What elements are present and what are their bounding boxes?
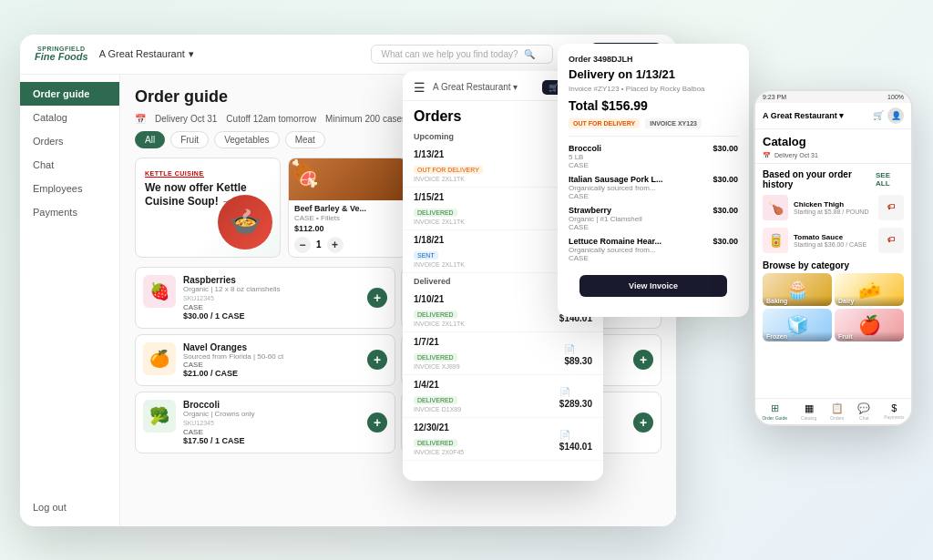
mobile-header: A Great Restaurant ▾ 🛒 👤: [755, 103, 911, 129]
mobile-category-baking[interactable]: 🧁 Baking: [763, 273, 832, 306]
mobile-nav-catalog[interactable]: ▦ Catalog: [801, 402, 816, 421]
detail-item-price-0: $30.00: [713, 144, 738, 153]
mobile-nav-chat[interactable]: 💬 Chat: [857, 402, 870, 421]
sidebar-item-orders[interactable]: Orders: [20, 129, 119, 153]
detail-item-name-0: Broccoli: [569, 144, 601, 153]
mobile-catalog-title: Catalog: [755, 129, 911, 150]
restaurant-selector[interactable]: A Great Restaurant ▾: [99, 48, 334, 60]
qty-minus-beef[interactable]: −: [294, 237, 311, 253]
mobile-delivery-date: Delivery Oct 31: [774, 152, 818, 158]
mobile-chicken-name: Chicken Thigh: [794, 200, 873, 209]
table-row[interactable]: 12/30/21 DELIVERED INVOICE 2X0F45 📄 $140…: [403, 418, 603, 461]
order-guide-nav-label: Order Guide: [762, 415, 787, 421]
raspberries-sku: SKU12345: [183, 295, 360, 301]
order-status-0: OUT FOR DELIVERY: [414, 166, 483, 174]
list-item: 🍊 Navel Oranges Sourced from Florida | 5…: [135, 334, 395, 386]
mobile-category-frozen[interactable]: 🧊 Frozen: [763, 309, 832, 341]
detail-item-2: Strawberry Organic | #1 Clamshell CASE $…: [569, 206, 738, 231]
order-status-4: DELIVERED: [414, 353, 457, 361]
hamburger-icon[interactable]: ☰: [414, 80, 425, 95]
table-row[interactable]: 1/7/21 DELIVERED INVOICE XJ899 📄 $89.30: [403, 332, 603, 375]
mobile-category-fruit-label: Fruit: [835, 331, 904, 341]
beef-image: 🍖: [289, 158, 406, 200]
sidebar: Order guide Catalog Orders Chat Employee…: [20, 75, 120, 526]
detail-item-unit-2: CASE: [569, 223, 642, 231]
add-ribeye-button[interactable]: +: [633, 412, 653, 433]
promo-card: KETTLE CUISINE We now offer Kettle Cuisi…: [135, 158, 281, 258]
mobile-tomato-sauce-price: Starting at $36.00 / CASE: [794, 241, 873, 248]
filter-meat[interactable]: Meat: [285, 131, 325, 148]
sidebar-item-payments[interactable]: Payments: [20, 200, 119, 224]
order-status-5: DELIVERED: [414, 396, 457, 404]
minimum-text: Minimum 200 cases: [325, 114, 406, 124]
order-status-6: DELIVERED: [414, 439, 457, 447]
search-placeholder: What can we help you find today?: [381, 49, 518, 59]
mobile-cart-icon[interactable]: 🛒: [873, 110, 884, 120]
filter-fruit[interactable]: Fruit: [170, 131, 209, 148]
mobile-nav-orders[interactable]: 📋 Orders: [830, 402, 844, 421]
chat-nav-label: Chat: [859, 415, 869, 421]
mobile-product-chicken[interactable]: 🍗 Chicken Thigh Starting at $5.88 / POUN…: [755, 191, 911, 224]
add-raspberries-button[interactable]: +: [367, 288, 387, 308]
order-date-0: 1/13/21: [414, 149, 483, 159]
detail-item-price-1: $30.00: [713, 175, 738, 184]
sidebar-item-employees[interactable]: Employees: [20, 177, 119, 200]
sidebar-item-order-guide[interactable]: Order guide: [20, 82, 119, 106]
add-broccoli-button[interactable]: +: [367, 412, 387, 433]
detail-item-sub-2: Organic | #1 Clamshell: [569, 215, 642, 223]
order-invoice-1: INVOICE 2XL1TK: [414, 219, 465, 225]
featured-beef-cat: CASE • Fillets: [294, 214, 401, 222]
mobile-category-fruit[interactable]: 🍎 Fruit: [835, 309, 904, 341]
search-bar[interactable]: What can we help you find today? 🔍: [371, 45, 553, 64]
order-invoice-6: INVOICE 2X0F45: [414, 449, 464, 455]
qty-plus-beef[interactable]: +: [327, 237, 343, 253]
oranges-img: 🍊: [143, 342, 176, 375]
detail-item-price-3: $30.00: [713, 237, 738, 246]
document-icon-4: 📄: [564, 344, 575, 354]
order-invoice-2: INVOICE 2XL1TK: [414, 261, 465, 268]
mobile-see-all[interactable]: SEE ALL: [876, 171, 904, 188]
sidebar-item-chat[interactable]: Chat: [20, 153, 119, 177]
raspberries-img: 🍓: [143, 275, 176, 308]
mobile-restaurant[interactable]: A Great Restaurant ▾: [763, 111, 869, 120]
mobile-nav-payments[interactable]: $ Payments: [884, 402, 904, 421]
payments-nav-label: Payments: [884, 414, 904, 420]
add-oranges-button[interactable]: +: [367, 350, 387, 370]
oranges-unit: CASE: [183, 361, 360, 369]
detail-delivery: Delivery on 1/13/21: [569, 67, 738, 81]
qty-control-beef: − 1 +: [294, 237, 401, 253]
calendar-icon: 📅: [135, 114, 146, 124]
mobile-tomato-sauce-img: 🥫: [763, 228, 788, 253]
logout-link[interactable]: Log out: [20, 495, 119, 519]
mobile-product-tomato-sauce[interactable]: 🥫 Tomato Sauce Starting at $36.00 / CASE…: [755, 224, 911, 257]
order-status-1: DELIVERED: [414, 209, 457, 217]
order-guide-nav-icon: ⊞: [771, 402, 779, 414]
order-status-3: DELIVERED: [414, 311, 457, 319]
orders-restaurant[interactable]: A Great Restaurant ▾: [433, 82, 535, 92]
mobile-time: 9:23 PM: [763, 94, 786, 100]
detail-status-row: OUT FOR DELIVERY INVOICE XY123: [569, 118, 738, 128]
detail-badge-invoice: INVOICE XY123: [645, 118, 702, 128]
add-salmon-button[interactable]: +: [633, 350, 653, 370]
mobile-avatar[interactable]: 👤: [887, 107, 904, 124]
orders-nav-icon: 📋: [831, 402, 844, 414]
mobile-nav-order-guide[interactable]: ⊞ Order Guide: [762, 402, 787, 421]
table-row[interactable]: 1/4/21 DELIVERED INVOICE D1X89 📄 $289.30: [403, 375, 603, 418]
logo-bottom: Fine Foods: [35, 52, 88, 62]
detail-badge-status: OUT FOR DELIVERY: [569, 118, 640, 128]
scene: SPRINGFIELD Fine Foods A Great Restauran…: [20, 16, 913, 545]
payments-nav-icon: $: [891, 402, 897, 413]
search-area: What can we help you find today? 🔍: [345, 45, 580, 64]
raspberries-unit: CASE: [183, 303, 360, 311]
view-invoice-button[interactable]: View Invoice: [579, 275, 727, 297]
filter-vegetables[interactable]: Vegetables: [214, 131, 280, 148]
filter-all[interactable]: All: [135, 131, 165, 148]
order-invoice-0: INVOICE 2XL1TK: [414, 176, 483, 182]
mobile-tomato-sauce-name: Tomato Sauce: [794, 233, 873, 241]
order-date-6: 12/30/21: [414, 423, 464, 433]
mobile-status-bar: 9:23 PM 100%: [755, 91, 911, 103]
sidebar-item-catalog[interactable]: Catalog: [20, 106, 119, 129]
mobile-browse-label: Browse by category: [755, 257, 911, 273]
order-date-2: 1/18/21: [414, 235, 465, 245]
mobile-category-dairy[interactable]: 🧀 Dairy: [835, 273, 904, 306]
